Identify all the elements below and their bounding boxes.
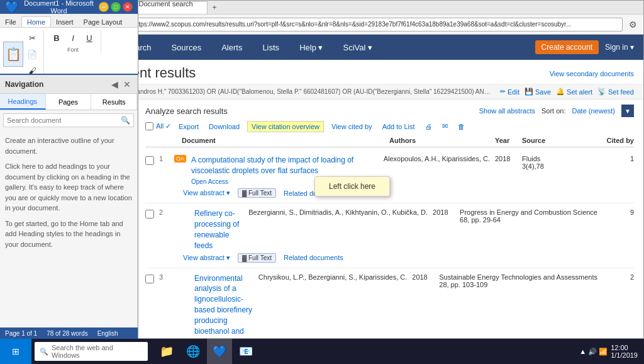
result-2-year: 2018 [433, 208, 455, 216]
taskbar-browser[interactable]: 🌐 [180, 339, 206, 364]
scopus-main-area: 126 document results View secondary docu… [54, 60, 643, 338]
scopus-nav-help[interactable]: Help ▾ [296, 42, 326, 54]
show-all-abstracts-link[interactable]: Show all abstracts [479, 107, 535, 115]
view-cited-by-btn[interactable]: View cited by [329, 122, 375, 132]
address-bar[interactable]: https://www2.scopus.com/results/results.… [128, 18, 623, 31]
taskbar-mail[interactable]: 📧 [233, 339, 258, 364]
word-tab-insert[interactable]: Insert [51, 17, 79, 27]
italic-button[interactable]: I [65, 30, 80, 45]
word-minimize-btn[interactable]: ─ [99, 2, 109, 12]
copy-button[interactable]: 📄 [25, 47, 40, 62]
scopus-nav-alerts[interactable]: Alerts [218, 42, 246, 54]
sort-value[interactable]: Date (newest) [572, 107, 615, 115]
ribbon-font-buttons: B I U [49, 30, 97, 45]
sort-label: Sort on: [541, 107, 566, 115]
create-account-button[interactable]: Create account [535, 40, 599, 54]
main-content-area: Refine results Limit to Exclude No Refin… [54, 100, 643, 338]
word-status-bar: Page 1 of 1 78 of 28 words English [0, 327, 138, 339]
sidebar-collapse-btn[interactable]: ◀ [109, 79, 119, 89]
scopus-query-bar: (AU-ID("Alexopoulos, Alexandros H." 7003… [54, 84, 643, 100]
word-sidebar-header: Navigation ◀ ✕ [0, 75, 137, 94]
scopus-nav-sources[interactable]: Sources [167, 42, 205, 54]
word-window: 💙 Document1 - Microsoft Word ─ □ ✕ File … [0, 0, 138, 339]
result-3-title[interactable]: Environmental analysis of a lignocellulo… [194, 273, 253, 338]
cut-button[interactable]: ✂ [25, 30, 40, 45]
taskbar-clock: 12:001/1/2019 [611, 344, 638, 359]
sign-in-button[interactable]: Sign in ▾ [605, 43, 634, 52]
view-citation-overview-btn[interactable]: View citation overview [247, 121, 324, 132]
nav-tab-pages[interactable]: Pages [46, 94, 92, 110]
edit-query-btn[interactable]: ✏ Edit [500, 88, 519, 96]
tooltip-text: Left click here [329, 182, 375, 191]
paste-button[interactable]: 📋 [3, 42, 23, 67]
result-1-authors: Alexopoulos, A.H., Kiparissides, C. [384, 155, 490, 162]
sort-options-btn[interactable]: ▼ [621, 105, 634, 117]
ribbon-clipboard-group: 📋 ✂ 📄 🖌 Clipboard [3, 30, 44, 75]
result-1-checkbox[interactable] [145, 156, 154, 165]
result-row-2: 2 Refinery co-processing of renewable fe… [145, 208, 634, 251]
extensions-button[interactable]: ⚙ [625, 17, 640, 32]
sidebar-description-3: To get started, go to the Home tab and a… [5, 219, 132, 250]
delete-btn[interactable]: 🗑 [455, 122, 467, 132]
sidebar-search-input[interactable] [7, 117, 121, 124]
set-alert-btn[interactable]: 🔔 Set alert [556, 88, 592, 96]
new-tab-button[interactable]: + [208, 1, 221, 14]
email-btn[interactable]: ✉ [440, 121, 450, 132]
word-tab-file[interactable]: File [0, 17, 21, 27]
result-2-source: Progress in Energy and Combustion Scienc… [460, 208, 597, 224]
add-to-list-btn[interactable]: Add to List [380, 122, 418, 132]
result-1-view-abstract[interactable]: View abstract ▾ [183, 189, 230, 197]
result-3-num: 3 [159, 273, 169, 281]
view-secondary-docs-link[interactable]: View secondary documents [550, 70, 634, 77]
result-2-fulltext[interactable]: ▓ Full Text [238, 253, 276, 263]
start-button[interactable]: ⊞ [0, 339, 31, 364]
result-1-fulltext[interactable]: ▓ Full Text [238, 188, 276, 198]
result-2-title[interactable]: Refinery co-processing of renewable feed… [194, 208, 243, 251]
result-1-num: 1 [159, 155, 169, 162]
set-feed-btn[interactable]: 📡 Set feed [597, 88, 634, 96]
nav-tab-results[interactable]: Results [91, 94, 137, 110]
select-all-checkbox[interactable] [145, 122, 153, 130]
analyze-title: Analyze search results [145, 106, 228, 116]
nav-tab-headings[interactable]: Headings [0, 94, 46, 110]
all-label[interactable]: All ✓ [156, 122, 171, 130]
scopus-nav-scival[interactable]: SciVal ▾ [339, 42, 376, 54]
scopus-nav-right: Create account Sign in ▾ [535, 40, 634, 54]
scopus-results-area: Analyze search results Show all abstract… [136, 100, 643, 338]
underline-button[interactable]: U [82, 30, 97, 45]
result-1-year: 2018 [495, 155, 517, 162]
font-label: Font [67, 47, 79, 53]
result-1-source: Fluids3(4),78 [522, 155, 597, 170]
print-btn[interactable]: 🖨 [423, 122, 435, 132]
result-2-authors: Bezergianni, S., Dimitriadis, A., Kikhty… [248, 208, 428, 216]
tooltip-overlay: Left click here [314, 176, 390, 196]
save-query-btn[interactable]: 💾 Save [525, 88, 551, 96]
result-2-related[interactable]: Related documents [284, 254, 343, 261]
ribbon-font-group: B I U Font [49, 30, 101, 53]
word-tab-home[interactable]: Home [21, 16, 51, 27]
col-authors: Authors [389, 137, 490, 144]
edit-icon: ✏ [500, 88, 506, 96]
result-3-checkbox[interactable] [145, 275, 154, 283]
format-painter-button[interactable]: 🖌 [25, 63, 40, 75]
bold-button[interactable]: B [49, 30, 64, 45]
search-icon[interactable]: 🔍 [121, 116, 130, 125]
taskbar-search[interactable]: 🔍 Search the web and Windows [35, 342, 148, 361]
word-close-btn[interactable]: ✕ [123, 2, 133, 12]
result-2-view-abstract[interactable]: View abstract ▾ [183, 254, 230, 262]
export-btn[interactable]: Export [176, 122, 201, 132]
result-2-checkbox[interactable] [145, 210, 154, 219]
word-maximize-btn[interactable]: □ [111, 2, 121, 12]
sidebar-content-text: Create an interactive outline of your do… [0, 130, 137, 327]
result-3-year: 2018 [412, 273, 434, 281]
taskbar-file-explorer[interactable]: 📁 [154, 339, 179, 364]
result-row-3: 3 Environmental analysis of a lignocellu… [145, 273, 634, 338]
scopus-nav-lists[interactable]: Lists [258, 42, 283, 54]
result-3-source: Sustainable Energy Technologies and Asse… [439, 273, 597, 288]
taskbar-word[interactable]: 💙 [207, 339, 232, 364]
download-btn[interactable]: Download [206, 122, 242, 132]
word-tab-layout[interactable]: Page Layout [79, 17, 128, 27]
sidebar-close-btn[interactable]: ✕ [122, 79, 132, 89]
browser-titlebar: ─ □ ✕ 🔵 Scopus - Document search results… [54, 1, 643, 14]
browser-window: ─ □ ✕ 🔵 Scopus - Document search results… [53, 0, 644, 339]
